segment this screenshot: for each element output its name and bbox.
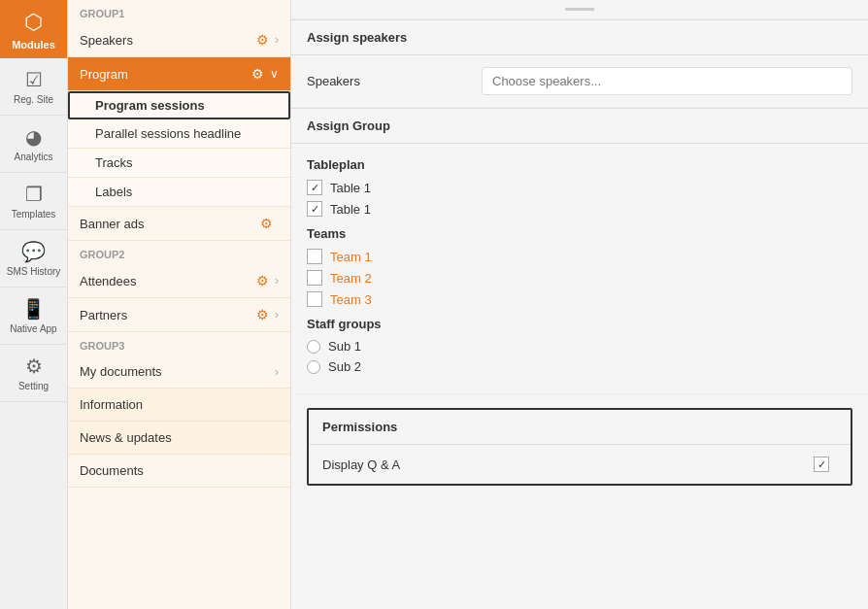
tableplan-title: Tableplan: [307, 157, 852, 172]
submenu-item-program-sessions[interactable]: Program sessions: [68, 91, 290, 119]
partners-arrow-icon: ›: [275, 308, 279, 321]
submenu-item-labels[interactable]: Labels: [68, 178, 290, 207]
team3-label[interactable]: Team 3: [330, 292, 372, 307]
banner-ads-gear-icon: ⚙: [260, 216, 273, 231]
native-icon: 📱: [21, 297, 46, 321]
table1-checkbox-1[interactable]: [307, 180, 322, 195]
display-qa-label: Display Q & A: [322, 457, 400, 472]
sidebar-item-analytics[interactable]: ◕ Analytics: [0, 116, 67, 173]
group2-label: GROUP2: [68, 241, 290, 264]
team1-checkbox[interactable]: [307, 249, 322, 264]
teams-title: Teams: [307, 226, 852, 241]
speakers-field-row: Speakers: [291, 55, 868, 108]
news-updates-label: News & updates: [80, 430, 279, 445]
assign-group-header: Assign Group: [291, 108, 868, 144]
assign-group-content: Tableplan Table 1 Table 1 Teams Team 1 T…: [291, 144, 868, 394]
reg-site-icon: ☑: [25, 68, 43, 91]
assign-speakers-title: Assign speakers: [307, 30, 407, 45]
team1-row: Team 1: [307, 249, 852, 264]
sidebar-item-reg-site[interactable]: ☑ Reg. Site: [0, 58, 67, 116]
sub1-radio[interactable]: [307, 340, 320, 354]
sidebar-item-templates[interactable]: ❐ Templates: [0, 173, 67, 230]
table1-row-1: Table 1: [307, 180, 852, 195]
menu-item-information[interactable]: Information: [68, 389, 290, 422]
group1-label: GROUP1: [68, 0, 290, 23]
menu-item-banner-ads[interactable]: Banner ads ⚙: [68, 207, 290, 241]
table1-row-2: Table 1: [307, 201, 852, 217]
reg-site-label: Reg. Site: [14, 94, 53, 105]
team2-checkbox[interactable]: [307, 270, 322, 286]
partners-label: Partners: [80, 308, 256, 322]
team2-row: Team 2: [307, 270, 852, 286]
sms-label: SMS History: [7, 266, 61, 277]
partners-gear-icon: ⚙: [256, 307, 269, 322]
top-divider: [565, 8, 594, 11]
table1-label-2: Table 1: [330, 202, 371, 217]
submenu-item-tracks[interactable]: Tracks: [68, 149, 290, 178]
team1-label[interactable]: Team 1: [330, 250, 372, 264]
menu-item-attendees[interactable]: Attendees ⚙ ›: [68, 264, 290, 298]
program-sessions-label: Program sessions: [95, 98, 205, 113]
display-qa-row: Display Q & A: [309, 445, 851, 484]
main-content: Assign speakers Speakers Assign Group Ta…: [291, 0, 868, 609]
sidebar-item-sms-history[interactable]: 💬 SMS History: [0, 230, 67, 288]
modules-label: Modules: [12, 39, 55, 51]
templates-label: Templates: [12, 209, 56, 220]
team3-checkbox[interactable]: [307, 291, 322, 307]
tracks-label: Tracks: [95, 155, 133, 170]
attendees-arrow-icon: ›: [275, 274, 279, 288]
analytics-label: Analytics: [14, 152, 52, 162]
team2-label[interactable]: Team 2: [330, 271, 372, 286]
parallel-sessions-label: Parallel sessions headline: [95, 126, 241, 141]
sub2-row: Sub 2: [307, 359, 852, 374]
group3-label: GROUP3: [68, 332, 290, 355]
submenu-item-parallel-sessions[interactable]: Parallel sessions headline: [68, 119, 290, 149]
table1-checkbox-2[interactable]: [307, 201, 322, 217]
program-label: Program: [80, 67, 251, 82]
sub1-row: Sub 1: [307, 339, 852, 354]
templates-icon: ❐: [25, 183, 43, 206]
banner-ads-label: Banner ads: [80, 217, 260, 231]
menu-item-news-updates[interactable]: News & updates: [68, 422, 290, 455]
menu-item-documents[interactable]: Documents: [68, 455, 290, 488]
speakers-input[interactable]: [482, 67, 852, 95]
sms-icon: 💬: [21, 240, 46, 263]
menu-item-my-documents[interactable]: My documents ›: [68, 355, 290, 389]
speakers-field-label: Speakers: [307, 74, 482, 88]
my-documents-label: My documents: [80, 364, 275, 379]
menu-item-program[interactable]: Program ⚙ ∨: [68, 57, 290, 91]
documents-label: Documents: [80, 463, 279, 478]
analytics-icon: ◕: [25, 125, 42, 149]
sub2-radio[interactable]: [307, 360, 320, 374]
menu-sidebar: GROUP1 Speakers ⚙ › Program ⚙ ∨ Program …: [68, 0, 291, 609]
speakers-arrow-icon: ›: [275, 33, 279, 47]
menu-item-speakers[interactable]: Speakers ⚙ ›: [68, 23, 290, 57]
setting-label: Setting: [18, 381, 49, 391]
program-arrow-icon: ∨: [270, 67, 279, 81]
information-label: Information: [80, 397, 279, 412]
modules-nav-item[interactable]: ⬡ Modules: [0, 0, 67, 58]
assign-group-title: Assign Group: [307, 118, 390, 133]
sub2-label: Sub 2: [328, 359, 361, 374]
native-label: Native App: [10, 323, 56, 334]
attendees-label: Attendees: [80, 274, 256, 288]
table1-label-1: Table 1: [330, 181, 371, 195]
display-qa-checkbox[interactable]: [814, 457, 829, 472]
modules-icon: ⬡: [24, 10, 43, 35]
menu-item-partners[interactable]: Partners ⚙ ›: [68, 298, 290, 332]
attendees-gear-icon: ⚙: [256, 273, 269, 288]
sidebar-item-native-app[interactable]: 📱 Native App: [0, 288, 67, 345]
speakers-gear-icon: ⚙: [256, 32, 269, 48]
permissions-section: Permissions Display Q & A: [307, 408, 852, 486]
assign-speakers-header: Assign speakers: [291, 19, 868, 55]
setting-icon: ⚙: [25, 355, 43, 378]
sub1-label: Sub 1: [328, 339, 361, 354]
sidebar-item-setting[interactable]: ⚙ Setting: [0, 345, 67, 402]
program-gear-icon: ⚙: [251, 66, 264, 82]
permissions-header: Permissions: [309, 410, 851, 445]
my-documents-arrow-icon: ›: [275, 365, 279, 379]
permissions-title: Permissions: [322, 420, 397, 434]
icon-sidebar: ⬡ Modules ☑ Reg. Site ◕ Analytics ❐ Temp…: [0, 0, 68, 609]
staff-groups-title: Staff groups: [307, 317, 852, 331]
labels-label: Labels: [95, 185, 132, 199]
